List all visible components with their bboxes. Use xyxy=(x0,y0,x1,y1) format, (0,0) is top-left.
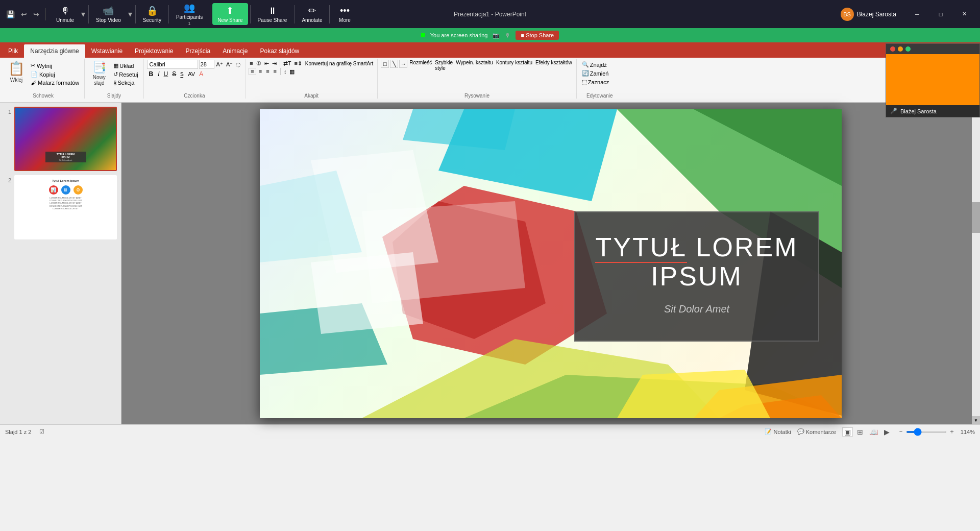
indent-less-button[interactable]: ⇤ xyxy=(263,60,270,67)
redo-icon[interactable]: ↪ xyxy=(31,8,41,20)
decrease-font-button[interactable]: A⁻ xyxy=(225,61,234,68)
zoom-slider[interactable] xyxy=(906,431,947,433)
line-shape[interactable]: ╲ xyxy=(390,60,398,68)
bullets-button[interactable]: ≡ xyxy=(249,60,254,66)
participants-button[interactable]: 👥 Participants 1 xyxy=(171,0,208,28)
reading-view-button[interactable]: 📖 xyxy=(867,427,880,437)
format-painter-icon: 🖌 xyxy=(31,80,36,86)
line-spacing-button[interactable]: ↕ xyxy=(283,68,288,75)
slide-canvas[interactable]: TYTUŁ LOREMIPSUM Sit Dolor Amet xyxy=(260,109,842,418)
bold-button[interactable]: B xyxy=(147,70,156,78)
shadow-button[interactable]: S̲ xyxy=(179,71,185,78)
mic-toggle[interactable]: 🎙 xyxy=(505,32,510,38)
video-dropdown[interactable]: ▾ xyxy=(127,9,133,19)
unmute-dropdown[interactable]: ▾ xyxy=(80,9,86,19)
format-painter-button[interactable]: 🖌 Malarz formatów xyxy=(29,79,81,86)
char-spacing-button[interactable]: AV xyxy=(186,71,197,77)
section-icon: § xyxy=(113,80,116,86)
pause-share-button[interactable]: ⏸ Pause Share xyxy=(253,4,292,25)
effects-shape-button[interactable]: Efekty kształtów xyxy=(534,60,573,65)
annotate-button[interactable]: ✏ Annotate xyxy=(297,3,327,25)
maximize-button[interactable]: □ xyxy=(929,7,952,22)
normal-view-button[interactable]: ▣ xyxy=(842,427,853,437)
slide-thumb-2[interactable]: 2 Tytuł Lorem Ipsum 📊 🖥 ⚙ LOREM IPSUM DO… xyxy=(4,175,117,239)
strikethrough-button[interactable]: S xyxy=(170,70,178,78)
avatar: BS xyxy=(841,8,854,21)
arrow-shape[interactable]: → xyxy=(399,60,407,68)
zoom-in-button[interactable]: ＋ xyxy=(949,427,955,436)
stop-share-button[interactable]: ■ Stop Share xyxy=(516,31,559,40)
slide2-icon-1: 📊 xyxy=(49,185,58,195)
tab-home[interactable]: Narzędzia główne xyxy=(24,44,85,58)
popup-name-bar: 🎤 Błażej Sarosta xyxy=(886,105,979,117)
accessibility-button[interactable]: ☑ xyxy=(39,428,44,435)
zoom-out-button[interactable]: － xyxy=(898,427,904,436)
font-family-input[interactable] xyxy=(147,60,198,69)
select-button[interactable]: ⬚ Zaznacz xyxy=(580,78,620,86)
cut-button[interactable]: ✂ Wytnij xyxy=(29,62,81,69)
underline-button[interactable]: U xyxy=(162,70,170,78)
find-button[interactable]: 🔍 Znajdź xyxy=(580,61,620,68)
new-slide-button[interactable]: 📑 Nowyslajd xyxy=(88,60,110,87)
tab-design[interactable]: Projektowanie xyxy=(129,44,179,58)
reset-button[interactable]: ↺ Resetuj xyxy=(111,70,140,78)
slideshow-button[interactable]: ▶ xyxy=(882,427,892,437)
slide-thumb-1[interactable]: 1 TYTUŁ LOREM IPSUM Sit Dolor Amet xyxy=(4,107,117,171)
notes-icon: 📝 xyxy=(765,428,772,435)
align-center-button[interactable]: ≡ xyxy=(257,68,263,75)
stop-video-button[interactable]: 📹 Stop Video xyxy=(91,3,126,25)
camera-toggle[interactable]: 📷 xyxy=(493,32,500,39)
section-button[interactable]: § Sekcja xyxy=(111,79,140,86)
minimize-button[interactable]: ─ xyxy=(905,7,929,22)
svg-marker-3 xyxy=(403,109,515,150)
tab-insert[interactable]: Wstawianie xyxy=(85,44,129,58)
undo-icon[interactable]: ↩ xyxy=(19,8,29,20)
font-size-input[interactable] xyxy=(199,60,214,69)
tab-animations[interactable]: Animacje xyxy=(216,44,254,58)
unmute-button[interactable]: 🎙 Unmute xyxy=(51,4,79,25)
italic-button[interactable]: I xyxy=(156,70,161,78)
status-bar: Slajd 1 z 2 ☑ 📝 Notatki 💬 Komentarze ▣ ⊞… xyxy=(0,424,980,439)
tab-transitions[interactable]: Przejścia xyxy=(179,44,216,58)
comments-button[interactable]: 💬 Komentarze xyxy=(797,428,836,435)
rect-shape[interactable]: □ xyxy=(381,60,389,68)
close-button[interactable]: ✕ xyxy=(952,7,976,22)
save-icon[interactable]: 💾 xyxy=(4,8,17,20)
indent-more-button[interactable]: ⇥ xyxy=(271,60,278,67)
fill-shape-button[interactable]: Wypełn. kształtu xyxy=(455,60,494,65)
svg-marker-15 xyxy=(311,252,423,334)
paragraph-separator xyxy=(280,60,280,67)
justify-button[interactable]: ≡ xyxy=(272,68,278,75)
tab-slideshow[interactable]: Pokaz slajdów xyxy=(254,44,306,58)
text-direction-button[interactable]: ⇄T xyxy=(282,60,292,67)
notes-button[interactable]: 📝 Notatki xyxy=(765,428,791,435)
replace-button[interactable]: 🔄 Zamień xyxy=(580,69,620,77)
paste-button[interactable]: 📋 Wklej xyxy=(5,60,28,84)
scroll-down-arrow[interactable]: ▼ xyxy=(972,416,980,424)
scroll-thumb[interactable] xyxy=(972,202,980,233)
tab-file[interactable]: Plik xyxy=(2,44,24,58)
align-left-button[interactable]: ≡ xyxy=(249,68,256,75)
align-text-button[interactable]: ≡⇕ xyxy=(293,60,303,67)
increase-font-button[interactable]: A⁺ xyxy=(215,61,224,68)
quick-styles-button[interactable]: Szybkiestyle xyxy=(434,60,454,71)
new-share-button[interactable]: ⬆ New Share xyxy=(212,3,248,25)
copy-button[interactable]: 📄 Kopiuj xyxy=(29,70,81,78)
security-button[interactable]: 🔒 Security xyxy=(138,3,166,25)
app-title: Prezentacja1 - PowerPoint xyxy=(454,11,526,18)
more-button[interactable]: ••• More xyxy=(332,4,357,25)
editing-label: Edytowanie xyxy=(580,93,620,99)
clear-format-button[interactable]: ◌ xyxy=(235,61,242,68)
slide-sorter-button[interactable]: ⊞ xyxy=(855,427,865,437)
slide-title-box[interactable]: TYTUŁ LOREMIPSUM Sit Dolor Amet xyxy=(574,211,819,342)
size-button[interactable]: Rozmieść xyxy=(408,60,433,65)
numbering-button[interactable]: ① xyxy=(255,60,262,67)
slide-info: Slajd 1 z 2 xyxy=(5,429,31,435)
outline-shape-button[interactable]: Kontury kształtu xyxy=(495,60,533,65)
scroll-track[interactable] xyxy=(972,111,980,416)
smartart-button[interactable]: Konwertuj na grafikę SmartArt xyxy=(304,61,374,66)
align-right-button[interactable]: ≡ xyxy=(264,68,271,75)
layout-button[interactable]: ▦ Układ xyxy=(111,62,140,69)
columns-button[interactable]: ▦ xyxy=(288,68,296,75)
font-color-button[interactable]: A xyxy=(198,70,205,78)
